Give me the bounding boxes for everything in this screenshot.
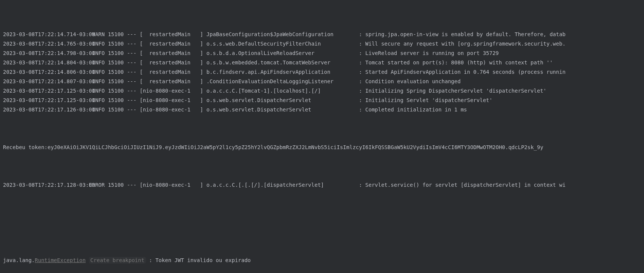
log-dashes: --- xyxy=(124,105,140,114)
log-thread: nio-8080-exec-1 xyxy=(143,105,200,114)
log-line-2: 2023-03-08T17:22:14.798-03:00 INFO 15100… xyxy=(3,49,641,58)
log-line-0: 2023-03-08T17:22:14.714-03:00 WARN 15100… xyxy=(3,30,641,39)
log-sep: : xyxy=(356,77,365,86)
log-bracket-close: ] xyxy=(200,39,207,49)
log-sep: : xyxy=(356,105,365,114)
exception-message: : Token JWT invalido ou expirado xyxy=(149,257,251,263)
log-bracket-open: [ xyxy=(140,77,143,86)
log-message: Started ApiFindservApplication in 0.764 … xyxy=(365,69,566,75)
log-sep: : xyxy=(356,96,365,105)
log-level: INFO xyxy=(89,105,105,114)
log-thread: restartedMain xyxy=(143,30,200,39)
log-level: INFO xyxy=(89,58,105,67)
token-line: Recebeu token:eyJ0eXAiOiJKV1QiLCJhbGciOi… xyxy=(3,143,641,152)
log-timestamp: 2023-03-08T17:22:14.806-03:00 xyxy=(3,67,89,77)
log-sep: : xyxy=(356,58,365,67)
log-pid: 15100 xyxy=(105,180,124,190)
log-line-5: 2023-03-08T17:22:14.807-03:00 INFO 15100… xyxy=(3,77,641,86)
log-logger: o.s.web.servlet.DispatcherServlet xyxy=(206,105,356,114)
log-level: INFO xyxy=(89,96,105,105)
log-logger: o.s.web.servlet.DispatcherServlet xyxy=(206,96,356,105)
log-bracket-open: [ xyxy=(140,30,143,39)
log-level: INFO xyxy=(89,77,105,86)
log-level: WARN xyxy=(89,30,105,39)
log-message: Initializing Spring DispatcherServlet 'd… xyxy=(365,88,546,94)
log-timestamp: 2023-03-08T17:22:17.128-03:00 xyxy=(3,180,89,190)
log-timestamp: 2023-03-08T17:22:17.125-03:00 xyxy=(3,96,89,105)
log-sep: : xyxy=(356,67,365,77)
log-bracket-open: [ xyxy=(140,67,143,77)
log-dashes: --- xyxy=(124,96,140,105)
log-line-8: 2023-03-08T17:22:17.126-03:00 INFO 15100… xyxy=(3,105,641,114)
log-dashes: --- xyxy=(124,77,140,86)
log-logger: o.s.s.web.DefaultSecurityFilterChain xyxy=(206,39,356,49)
log-pid: 15100 xyxy=(105,105,124,114)
log-pid: 15100 xyxy=(105,58,124,67)
log-logger: b.c.findserv.api.ApiFindservApplication xyxy=(206,67,356,77)
log-pid: 15100 xyxy=(105,96,124,105)
log-message: Servlet.service() for servlet [dispatche… xyxy=(365,182,566,188)
log-bracket-close: ] xyxy=(200,77,207,86)
exception-class-link[interactable]: RuntimeException xyxy=(35,257,86,263)
log-bracket-open: [ xyxy=(140,49,143,58)
log-timestamp: 2023-03-08T17:22:14.807-03:00 xyxy=(3,77,89,86)
log-pid: 15100 xyxy=(105,39,124,49)
log-pid: 15100 xyxy=(105,30,124,39)
log-message: Completed initialization in 1 ms xyxy=(365,107,467,113)
log-message: LiveReload server is running on port 357… xyxy=(365,50,499,56)
log-message: Initializing Servlet 'dispatcherServlet' xyxy=(365,97,492,103)
log-message: Condition evaluation unchanged xyxy=(365,78,461,84)
log-pid: 15100 xyxy=(105,49,124,58)
log-logger: o.a.c.c.C.[Tomcat-1].[localhost].[/] xyxy=(206,86,356,96)
log-sep: : xyxy=(356,39,365,49)
log-line-1: 2023-03-08T17:22:14.765-03:00 INFO 15100… xyxy=(3,39,641,49)
log-thread: nio-8080-exec-1 xyxy=(143,96,200,105)
log-level: INFO xyxy=(89,39,105,49)
log-timestamp: 2023-03-08T17:22:14.765-03:00 xyxy=(3,39,89,49)
log-level: ERROR xyxy=(89,180,105,190)
log-timestamp: 2023-03-08T17:22:14.798-03:00 xyxy=(3,49,89,58)
console-output[interactable]: 2023-03-08T17:22:14.714-03:00 WARN 15100… xyxy=(0,0,644,273)
log-dashes: --- xyxy=(124,39,140,49)
log-dashes: --- xyxy=(124,86,140,96)
create-breakpoint-hint[interactable]: Create breakpoint xyxy=(89,257,146,264)
exception-header: java.lang.RuntimeException Create breakp… xyxy=(3,256,641,265)
log-logger: JpaBaseConfiguration$JpaWebConfiguration xyxy=(206,30,356,39)
log-dashes: --- xyxy=(124,58,140,67)
log-dashes: --- xyxy=(124,67,140,77)
log-line-6: 2023-03-08T17:22:17.125-03:00 INFO 15100… xyxy=(3,86,641,96)
log-sep: : xyxy=(356,86,365,96)
log-thread: nio-8080-exec-1 xyxy=(143,86,200,96)
log-bracket-open: [ xyxy=(140,86,143,96)
log-pid: 15100 xyxy=(105,77,124,86)
log-dashes: --- xyxy=(124,180,140,190)
log-message: Tomcat started on port(s): 8080 (http) w… xyxy=(365,59,553,66)
log-thread: restartedMain xyxy=(143,49,200,58)
log-logger: o.a.c.c.C.[.[.[/].[dispatcherServlet] xyxy=(206,180,356,190)
log-line-4: 2023-03-08T17:22:14.806-03:00 INFO 15100… xyxy=(3,67,641,77)
log-message: Will secure any request with [org.spring… xyxy=(365,41,566,47)
log-bracket-open: [ xyxy=(140,96,143,105)
log-sep: : xyxy=(356,49,365,58)
log-logger: o.s.b.d.a.OptionalLiveReloadServer xyxy=(206,49,356,58)
log-timestamp: 2023-03-08T17:22:17.126-03:00 xyxy=(3,105,89,114)
log-line-3: 2023-03-08T17:22:14.804-03:00 INFO 15100… xyxy=(3,58,641,67)
log-level: INFO xyxy=(89,67,105,77)
log-bracket-close: ] xyxy=(200,105,207,114)
log-bracket-open: [ xyxy=(140,105,143,114)
log-logger: o.s.b.w.embedded.tomcat.TomcatWebServer xyxy=(206,58,356,67)
log-logger: .ConditionEvaluationDeltaLoggingListener xyxy=(206,77,356,86)
log-message: spring.jpa.open-in-view is enabled by de… xyxy=(365,31,566,37)
log-bracket-open: [ xyxy=(140,39,143,49)
log-bracket-open: [ xyxy=(140,180,143,190)
log-bracket-close: ] xyxy=(200,67,207,77)
log-bracket-open: [ xyxy=(140,58,143,67)
log-pid: 15100 xyxy=(105,67,124,77)
log-bracket-close: ] xyxy=(200,58,207,67)
exception-prefix: java.lang. xyxy=(3,257,35,263)
log-thread: restartedMain xyxy=(143,39,200,49)
log-sep: : xyxy=(356,30,365,39)
blank-line xyxy=(3,218,641,227)
log-dashes: --- xyxy=(124,49,140,58)
log-pid: 15100 xyxy=(105,86,124,96)
